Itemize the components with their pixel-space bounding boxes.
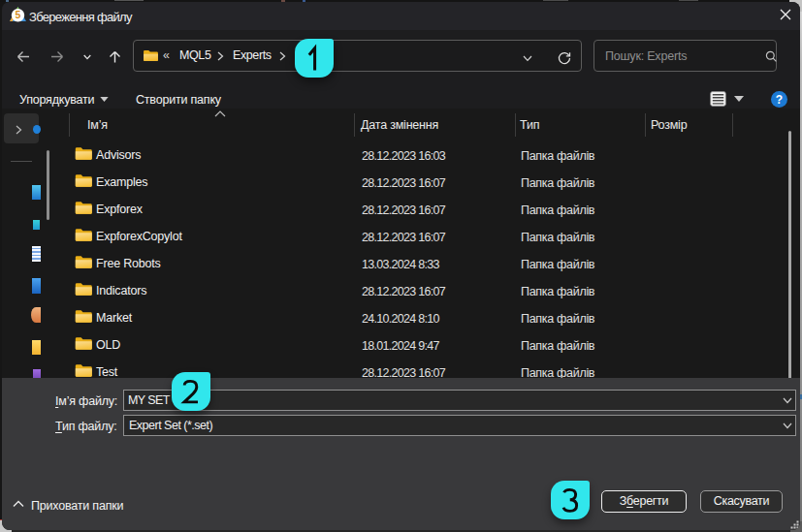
svg-text:5: 5 (16, 9, 21, 20)
